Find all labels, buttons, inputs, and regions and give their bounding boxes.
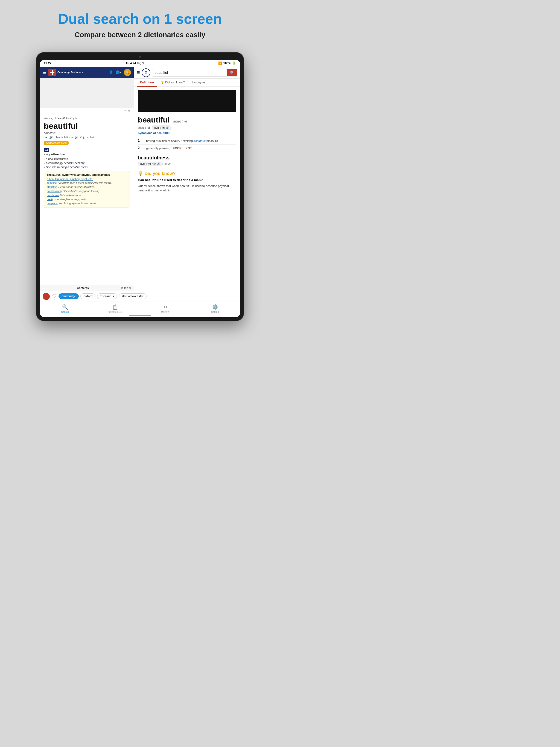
thesaurus-example: I think they're very good-looking. bbox=[62, 189, 100, 192]
nav-search[interactable]: 🔍 Search bbox=[54, 304, 76, 313]
def-num-1: 1 bbox=[138, 138, 142, 143]
cambridge-body: f 𝕏 Meaning of beautiful in English beau… bbox=[40, 78, 134, 285]
mw-synonyms-link[interactable]: Synonyms of beautiful › bbox=[138, 131, 236, 134]
history-nav-label: History bbox=[161, 310, 169, 313]
history-nav-icon: ⏮ bbox=[163, 304, 168, 310]
thesaurus-word[interactable]: gorgeous bbox=[47, 202, 58, 205]
dictionary-tabs: Cambridge Oxford Thesaurus Merriam-webst… bbox=[58, 293, 237, 299]
mw-definition-item: 2 : generally pleasing : EXCELLENT bbox=[138, 145, 236, 152]
favorite-button[interactable]: ♡ bbox=[52, 293, 56, 300]
us-speaker-icon[interactable]: 🔊 bbox=[75, 136, 78, 139]
twitter-icon[interactable]: 𝕏 bbox=[128, 109, 130, 113]
did-you-know-question: Can beautiful be used to describe a man? bbox=[138, 178, 236, 182]
nav-history[interactable]: ⏮ History bbox=[154, 304, 176, 313]
cambridge-menu-icon[interactable]: ☰ bbox=[43, 70, 46, 75]
cambridge-main-word: beautiful bbox=[44, 121, 130, 131]
mw-sub-word: beautifulness bbox=[138, 155, 170, 160]
facebook-icon[interactable]: f bbox=[124, 109, 126, 113]
app-nav: 🔍 Search 📋 Favorites List ⏮ History ⚙️ S… bbox=[40, 302, 240, 314]
cambridge-cross-icon bbox=[50, 70, 55, 75]
thesaurus-example: You look gorgeous in that dress! bbox=[59, 202, 96, 205]
home-line bbox=[129, 315, 151, 316]
def-text-2: : generally pleasing : EXCELLENT bbox=[144, 146, 236, 151]
page-subtitle: Compare between 2 dictionaries easily bbox=[75, 31, 205, 39]
cambridge-header-icons: 👤 🌐▾ 🔍 bbox=[109, 69, 131, 76]
thesaurus-word[interactable]: good-looking bbox=[47, 189, 61, 192]
status-bar: 11:27 Th 4 24 thg 1 📶 100% 🔋 bbox=[40, 60, 240, 67]
thesaurus-example: He's so handsome. bbox=[60, 194, 82, 197]
thesaurus-word[interactable]: handsome bbox=[47, 194, 59, 197]
social-icons: f 𝕏 bbox=[124, 109, 130, 113]
thesaurus-item: attractive Her husband is really attract… bbox=[47, 185, 127, 189]
bottom-bar: ‹ ♡ Cambridge Oxford Thesaurus Merriam-w… bbox=[40, 291, 240, 302]
search-nav-icon: 🔍 bbox=[62, 304, 68, 310]
meaning-label: Meaning of beautiful in English bbox=[44, 117, 130, 120]
mw-subword-section: beautifulness byü-ti-fəl-nəs 🔊 noun bbox=[138, 155, 236, 166]
cambridge-footer: ☰ Contents To top ⊙ bbox=[40, 285, 134, 291]
cambridge-user-icon[interactable]: 👤 bbox=[109, 70, 113, 74]
mw-definition-item: 1 : having qualities of beauty : excitin… bbox=[138, 137, 236, 145]
tab-did-you-know[interactable]: 💡 Did you know? bbox=[157, 79, 188, 86]
level-badge: A1 bbox=[44, 148, 49, 152]
example-item: a beautiful woman bbox=[44, 157, 130, 161]
cambridge-globe-icon[interactable]: 🌐▾ bbox=[116, 70, 122, 74]
thesaurus-word[interactable]: pretty bbox=[47, 198, 53, 201]
thesaurus-item: handsome He's so handsome. bbox=[47, 193, 127, 197]
thesaurus-item: good-looking I think they're very good-l… bbox=[47, 189, 127, 193]
ipad-screen: 11:27 Th 4 24 thg 1 📶 100% 🔋 ☰ bbox=[40, 60, 240, 317]
did-you-know-text: Our evidence shows that when beautiful i… bbox=[138, 184, 236, 193]
mw-pron-label: beau·ti·ful bbox=[138, 126, 150, 129]
mw-pos: adjective bbox=[173, 119, 187, 123]
def-text-1: : having qualities of beauty : exciting … bbox=[144, 138, 236, 143]
dict-tab-oxford[interactable]: Oxford bbox=[80, 293, 96, 299]
thesaurus-word[interactable]: attractive bbox=[47, 185, 57, 188]
def-num-2: 2 bbox=[138, 146, 142, 151]
cambridge-pronunciation: UK 🔊 /ˈbjuː.tɪ.fəl/ US 🔊 /ˈbjuː.ɾɪ.fəl/ bbox=[44, 136, 130, 139]
cambridge-panel: ☰ Cambridge Dictionary 👤 🌐▾ bbox=[40, 67, 134, 291]
pron-us-label: US bbox=[70, 136, 73, 139]
mw-logo: MW bbox=[142, 68, 150, 77]
to-top-label[interactable]: To top ⊙ bbox=[121, 287, 131, 289]
aesthetic-link[interactable]: aesthetic bbox=[194, 139, 206, 143]
cambridge-logo-text: Cambridge Dictionary bbox=[57, 71, 83, 74]
mw-pron-badge[interactable]: byü-ti-fəl 🔊 bbox=[152, 126, 172, 130]
cambridge-search-button[interactable]: 🔍 bbox=[124, 69, 131, 76]
mw-sub-pos: noun bbox=[164, 162, 170, 165]
dict-tab-merriam[interactable]: Merriam-webster bbox=[119, 293, 147, 299]
add-to-word-list-button[interactable]: Add to word list ≡ bbox=[44, 141, 69, 145]
thesaurus-example: Her husband is really attractive. bbox=[58, 185, 95, 188]
setting-nav-label: Setting bbox=[211, 311, 219, 313]
thesaurus-word[interactable]: beautiful bbox=[47, 181, 57, 184]
uk-speaker-icon[interactable]: 🔊 bbox=[49, 136, 53, 139]
mw-ad-area bbox=[138, 90, 236, 112]
thesaurus-example: I've never seen a more beautiful view in… bbox=[58, 181, 112, 184]
contents-label[interactable]: Contents bbox=[77, 287, 88, 289]
mw-menu-icon[interactable]: ☰ bbox=[137, 71, 140, 75]
ipad-device: 11:27 Th 4 24 thg 1 📶 100% 🔋 ☰ bbox=[36, 52, 244, 321]
mw-search-input[interactable] bbox=[152, 70, 227, 76]
setting-nav-icon: ⚙️ bbox=[212, 304, 218, 310]
mw-search-button[interactable]: 🔍 bbox=[227, 69, 237, 76]
home-indicator bbox=[40, 314, 240, 317]
pron-us-text: /ˈbjuː.ɾɪ.fəl/ bbox=[80, 136, 94, 139]
thesaurus-link[interactable]: a beautiful person, painting, sight, etc… bbox=[47, 178, 127, 181]
add-word-btn[interactable]: Add to word list ≡ bbox=[44, 139, 130, 147]
tab-synonyms[interactable]: Synonyms bbox=[188, 79, 209, 86]
status-time: 11:27 bbox=[44, 61, 51, 65]
mw-word-row: beautiful adjective bbox=[138, 115, 236, 124]
thesaurus-box: Thesaurus: synonyms, antonyms, and examp… bbox=[44, 171, 130, 208]
battery-icon: 🔋 bbox=[232, 61, 236, 65]
mw-sub-pron-badge[interactable]: byü-ti-fəl-nəs 🔊 bbox=[138, 162, 163, 166]
tab-definition[interactable]: Definition bbox=[137, 79, 157, 86]
example-item: She was wearing a beautiful dress. bbox=[44, 165, 130, 169]
back-button[interactable]: ‹ bbox=[43, 293, 50, 300]
nav-setting[interactable]: ⚙️ Setting bbox=[204, 304, 226, 313]
nav-favorites[interactable]: 📋 Favorites List bbox=[104, 304, 126, 313]
dict-tab-cambridge[interactable]: Cambridge bbox=[58, 293, 79, 299]
status-right: 📶 100% 🔋 bbox=[218, 61, 236, 65]
cambridge-examples: a beautiful woman breathtakingly beautif… bbox=[44, 157, 130, 169]
thesaurus-item: beautiful I've never seen a more beautif… bbox=[47, 181, 127, 185]
mw-logo-text: MW bbox=[145, 71, 147, 75]
dict-tab-thesaurus[interactable]: Thesaurus bbox=[97, 293, 117, 299]
thesaurus-example: Your daughter is very pretty. bbox=[54, 198, 87, 201]
